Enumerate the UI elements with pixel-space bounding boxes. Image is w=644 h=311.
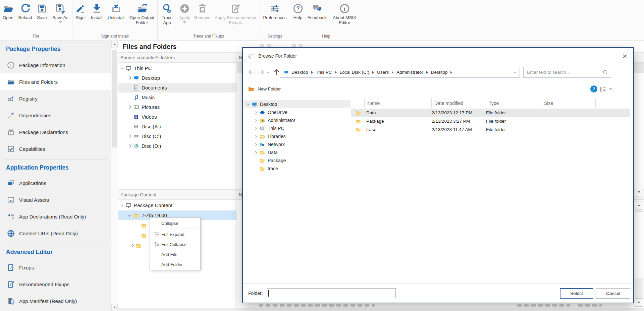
chevron-right-icon[interactable] [128, 135, 131, 138]
chevron-down-icon[interactable] [120, 66, 123, 69]
tree-item-pictures[interactable]: Pictures [118, 102, 236, 112]
remove-button[interactable]: Remove [193, 2, 212, 21]
scroll-up-button[interactable] [111, 41, 118, 48]
dialog-tree-item-data[interactable]: Data [244, 148, 351, 157]
dialog-titlebar[interactable]: Browse For Folder [243, 48, 633, 64]
help-icon[interactable]: ? [590, 85, 597, 92]
breadcrumb-item-this-pc[interactable]: This PC [314, 70, 334, 75]
sidebar-item-capabilities[interactable]: Capabilities [0, 140, 111, 157]
chevron-right-icon[interactable] [128, 76, 131, 80]
sidebar-item-app-declarations[interactable]: App Declarations (Read Only) [0, 208, 111, 225]
uninstall-button[interactable]: Uninstall [105, 2, 127, 21]
sidebar-item-dependencies[interactable]: Dependencies [0, 107, 111, 124]
search-input[interactable] [524, 70, 602, 75]
dialog-tree-item-administrator[interactable]: Administrator [244, 116, 351, 124]
sidebar-item-fixups[interactable]: Fixups [0, 259, 111, 276]
sidebar-item-files-and-folders[interactable]: Files and Folders [0, 73, 111, 90]
breadcrumb-item-users[interactable]: Users [375, 70, 391, 75]
open-output-folder-button[interactable]: Open Output Folder [127, 2, 157, 26]
sidebar-item-content-uris[interactable]: Content URIs (Read Only) [0, 225, 111, 242]
tree-item-disc-c[interactable]: Disc (C:) [118, 131, 236, 141]
file-row-trace[interactable]: trace 2/13/2023 11:47 AM File folder [351, 125, 630, 134]
folder-input[interactable] [267, 288, 396, 298]
breadcrumb-item-desktop[interactable]: Desktop [289, 70, 311, 75]
tree-item-videos[interactable]: Videos [118, 112, 236, 122]
sidebar-item-registry[interactable]: Registry [0, 90, 111, 107]
column-header-size[interactable]: Size [541, 98, 596, 108]
sidebar-item-visual-assets[interactable]: Visual Assets [0, 191, 111, 208]
new-folder-button[interactable]: New Folder [248, 85, 281, 92]
scroll-up-button[interactable] [635, 201, 643, 209]
cancel-button[interactable]: Cancel [596, 288, 630, 299]
help-button[interactable]: Help [290, 2, 306, 21]
feedback-button[interactable]: Feedback [306, 2, 328, 21]
dialog-tree-item-desktop[interactable]: Desktop [244, 100, 351, 108]
preferences-button[interactable]: Preferences [261, 2, 289, 21]
sidebar-scrollbar[interactable] [111, 41, 118, 311]
scrollbar-thumb[interactable] [112, 50, 117, 147]
chevron-right-icon[interactable] [254, 119, 257, 122]
sidebar-item-package-declarations[interactable]: Package Declarations [0, 124, 111, 140]
dialog-tree-item-network[interactable]: Network [244, 140, 351, 148]
breadcrumb-item-administrator[interactable]: Administrator [394, 70, 426, 75]
menu-item-full-expand[interactable]: Full Expand [150, 229, 200, 239]
breadcrumb-chevron-icon[interactable] [450, 71, 452, 74]
open-button[interactable]: Open [0, 2, 16, 21]
menu-item-full-collapse[interactable]: Full Collapse [150, 239, 200, 249]
main-vertical-scrollbar[interactable] [635, 52, 644, 308]
tree-item-disc-d[interactable]: Disc (D:) [118, 141, 236, 151]
menu-item-collapse[interactable]: Collapse [150, 218, 200, 228]
sign-button[interactable]: Sign [72, 2, 88, 21]
chevron-down-icon[interactable] [128, 213, 131, 216]
breadcrumb-chevron-icon[interactable] [311, 71, 313, 74]
history-chevron-down-icon[interactable] [267, 72, 269, 73]
save-button[interactable]: Save [34, 2, 50, 21]
tree-item-this-pc[interactable]: This PC [118, 63, 236, 73]
dialog-tree-item-trace[interactable]: trace [244, 165, 351, 173]
menu-item-add-folder[interactable]: Add Folder [150, 259, 200, 269]
sidebar-item-applications[interactable]: Applications [0, 175, 111, 191]
select-button[interactable]: Select [560, 288, 593, 299]
reload-button[interactable]: Reload [16, 2, 34, 21]
chevron-right-icon[interactable] [254, 111, 257, 114]
scroll-down-button[interactable] [635, 188, 643, 196]
dialog-tree-item-this-pc[interactable]: This PC [244, 124, 351, 132]
breadcrumb-item-desktop-2[interactable]: Desktop [429, 70, 450, 75]
tree-item-documents[interactable]: Documents [118, 83, 236, 92]
chevron-right-icon[interactable] [130, 244, 133, 247]
scrollbar-thumb[interactable] [635, 211, 643, 278]
chevron-down-icon[interactable] [246, 102, 249, 106]
search-box[interactable] [523, 67, 611, 78]
view-options-chevron-down-icon[interactable] [609, 88, 612, 90]
file-row-data[interactable]: Data 2/13/2023 12:17 PM File folder [351, 109, 630, 117]
column-header-date-modified[interactable]: Date modified [432, 98, 486, 108]
trace-app-button[interactable]: Trace App [158, 2, 176, 26]
column-header-type[interactable]: Type [486, 98, 541, 108]
dialog-tree-item-onedrive[interactable]: OneDrive [244, 108, 351, 116]
chevron-down-icon[interactable] [120, 203, 123, 206]
chevron-right-icon[interactable] [254, 151, 257, 154]
menu-item-add-file[interactable]: Add File [150, 249, 200, 259]
sidebar-item-package-information[interactable]: Package Information [0, 57, 111, 73]
breadcrumb[interactable]: Desktop This PC Local Disk (C:) Users Ad… [280, 67, 520, 78]
view-options-icon[interactable] [600, 86, 606, 92]
breadcrumb-chevron-icon[interactable] [426, 71, 428, 74]
save-as-button[interactable]: Save As [50, 2, 71, 23]
column-header-icon[interactable] [351, 98, 365, 108]
breadcrumb-chevron-icon[interactable] [335, 71, 337, 74]
tree-item-music[interactable]: Music [118, 92, 236, 102]
column-header-name[interactable]: Name [365, 98, 432, 108]
apply-button[interactable]: Apply [176, 2, 193, 23]
chevron-right-icon[interactable] [254, 135, 257, 138]
breadcrumb-chevron-icon[interactable] [392, 71, 393, 74]
scroll-down-button[interactable] [111, 304, 118, 311]
about-msix-editor-button[interactable]: About MSIX Editor [328, 2, 361, 26]
scroll-down-button[interactable] [635, 298, 643, 307]
dialog-tree-item-package[interactable]: Package [244, 157, 351, 165]
close-button[interactable] [621, 52, 629, 60]
address-chevron-down-icon[interactable] [514, 72, 516, 73]
dialog-tree-item-libraries[interactable]: Libraries [244, 132, 351, 140]
chevron-right-icon[interactable] [254, 127, 257, 130]
sidebar-item-recommended-fixups[interactable]: Recommended Fixups [0, 276, 111, 293]
tree-item-disc-a[interactable]: Disc (A:) [118, 122, 236, 131]
